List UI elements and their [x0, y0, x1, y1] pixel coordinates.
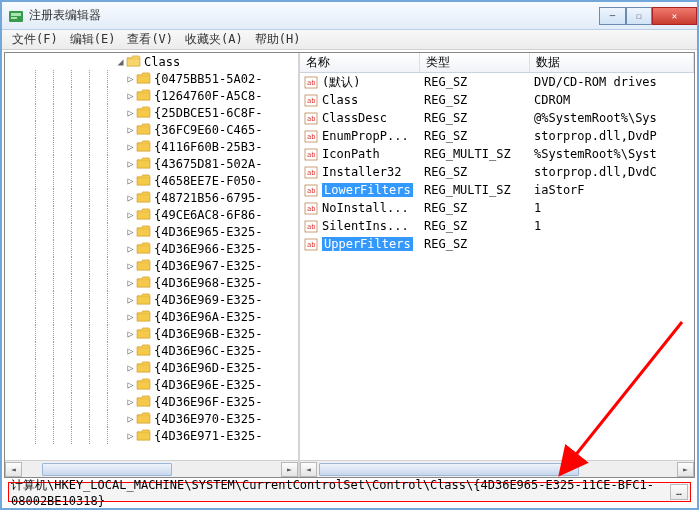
- expand-icon[interactable]: ▷: [125, 243, 136, 254]
- close-button[interactable]: ✕: [652, 7, 697, 25]
- scroll-track[interactable]: [22, 462, 281, 477]
- status-browse-button[interactable]: …: [670, 484, 688, 500]
- tree-node-label: {49CE6AC8-6F86-: [154, 208, 262, 222]
- tree-node-label: {4D36E967-E325-: [154, 259, 262, 273]
- expand-icon[interactable]: ▷: [125, 73, 136, 84]
- tree-node[interactable]: ▷{4D36E96B-E325-: [5, 325, 298, 342]
- list-row[interactable]: abEnumPropP...REG_SZstorprop.dll,DvdP: [300, 127, 694, 145]
- expand-icon[interactable]: ▷: [125, 277, 136, 288]
- list-hscrollbar[interactable]: ◄ ►: [300, 460, 694, 477]
- value-type: REG_SZ: [420, 111, 530, 125]
- tree-node[interactable]: ▷{4D36E969-E325-: [5, 291, 298, 308]
- expand-icon[interactable]: ▷: [125, 107, 136, 118]
- expand-icon[interactable]: ▷: [125, 124, 136, 135]
- scroll-right-button[interactable]: ►: [677, 462, 694, 477]
- menu-edit[interactable]: 编辑(E): [64, 29, 122, 50]
- list-row[interactable]: abLowerFiltersREG_MULTI_SZiaStorF: [300, 181, 694, 199]
- tree-node-label: {4D36E965-E325-: [154, 225, 262, 239]
- expand-icon[interactable]: ▷: [125, 311, 136, 322]
- list-row[interactable]: abClassREG_SZCDROM: [300, 91, 694, 109]
- value-data: storprop.dll,DvdC: [530, 165, 694, 179]
- tree-node-label: {4D36E96C-E325-: [154, 344, 262, 358]
- value-name: IconPath: [322, 147, 380, 161]
- expand-icon[interactable]: ▷: [125, 362, 136, 373]
- expand-icon[interactable]: ▷: [125, 175, 136, 186]
- tree-node-label: {4D36E970-E325-: [154, 412, 262, 426]
- list-row[interactable]: abSilentIns...REG_SZ1: [300, 217, 694, 235]
- tree-node-class[interactable]: ◢Class: [5, 53, 298, 70]
- value-type: REG_MULTI_SZ: [420, 183, 530, 197]
- expand-icon[interactable]: ▷: [125, 260, 136, 271]
- svg-rect-0: [9, 11, 23, 22]
- list-row[interactable]: abInstaller32REG_SZstorprop.dll,DvdC: [300, 163, 694, 181]
- scroll-left-button[interactable]: ◄: [5, 462, 22, 477]
- expand-icon[interactable]: ▷: [125, 345, 136, 356]
- expand-icon[interactable]: ▷: [125, 328, 136, 339]
- tree-node[interactable]: ▷{4D36E96D-E325-: [5, 359, 298, 376]
- tree-node[interactable]: ▷{4D36E96C-E325-: [5, 342, 298, 359]
- tree-node[interactable]: ▷{0475BB51-5A02-: [5, 70, 298, 87]
- menu-favorites[interactable]: 收藏夹(A): [179, 29, 249, 50]
- expand-icon[interactable]: ▷: [125, 141, 136, 152]
- expand-icon[interactable]: ▷: [125, 90, 136, 101]
- tree-node[interactable]: ▷{4D36E967-E325-: [5, 257, 298, 274]
- expand-icon[interactable]: ▷: [125, 396, 136, 407]
- col-name[interactable]: 名称: [300, 53, 420, 72]
- scroll-right-button[interactable]: ►: [281, 462, 298, 477]
- collapse-icon[interactable]: ◢: [115, 56, 126, 67]
- list-pane: 名称 类型 数据 ab(默认)REG_SZDVD/CD-ROM drivesab…: [300, 53, 694, 477]
- svg-text:ab: ab: [307, 241, 315, 249]
- expand-icon[interactable]: ▷: [125, 379, 136, 390]
- menu-file[interactable]: 文件(F): [6, 29, 64, 50]
- expand-icon[interactable]: ▷: [125, 430, 136, 441]
- expand-icon[interactable]: ▷: [125, 158, 136, 169]
- tree-node[interactable]: ▷{48721B56-6795-: [5, 189, 298, 206]
- scroll-thumb[interactable]: [319, 463, 579, 476]
- scroll-track[interactable]: [317, 462, 677, 477]
- expand-icon[interactable]: ▷: [125, 226, 136, 237]
- tree-node[interactable]: ▷{4116F60B-25B3-: [5, 138, 298, 155]
- tree-node[interactable]: ▷{25DBCE51-6C8F-: [5, 104, 298, 121]
- value-name: NoInstall...: [322, 201, 409, 215]
- tree-node[interactable]: ▷{1264760F-A5C8-: [5, 87, 298, 104]
- tree-node-label: {48721B56-6795-: [154, 191, 262, 205]
- tree-node[interactable]: ▷{4D36E968-E325-: [5, 274, 298, 291]
- col-data[interactable]: 数据: [530, 53, 694, 72]
- expand-icon[interactable]: ▷: [125, 294, 136, 305]
- scroll-thumb[interactable]: [42, 463, 172, 476]
- tree-node[interactable]: ▷{4D36E96A-E325-: [5, 308, 298, 325]
- value-data: @%SystemRoot%\Sys: [530, 111, 694, 125]
- menu-view[interactable]: 查看(V): [121, 29, 179, 50]
- scroll-left-button[interactable]: ◄: [300, 462, 317, 477]
- minimize-button[interactable]: ─: [599, 7, 626, 25]
- tree-node[interactable]: ▷{4D36E970-E325-: [5, 410, 298, 427]
- expand-icon[interactable]: ▷: [125, 192, 136, 203]
- menu-help[interactable]: 帮助(H): [249, 29, 307, 50]
- tree-node[interactable]: ▷{4D36E96F-E325-: [5, 393, 298, 410]
- tree-node[interactable]: ▷{4D36E971-E325-: [5, 427, 298, 444]
- svg-text:ab: ab: [307, 133, 315, 141]
- list-row[interactable]: abIconPathREG_MULTI_SZ%SystemRoot%\Syst: [300, 145, 694, 163]
- tree-node[interactable]: ▷{4D36E96E-E325-: [5, 376, 298, 393]
- tree-content[interactable]: ◢Class▷{0475BB51-5A02-▷{1264760F-A5C8-▷{…: [5, 53, 298, 460]
- expand-icon[interactable]: ▷: [125, 209, 136, 220]
- list-body[interactable]: ab(默认)REG_SZDVD/CD-ROM drivesabClassREG_…: [300, 73, 694, 460]
- tree-node[interactable]: ▷{43675D81-502A-: [5, 155, 298, 172]
- col-type[interactable]: 类型: [420, 53, 530, 72]
- tree-node[interactable]: ▷{4D36E966-E325-: [5, 240, 298, 257]
- tree-node[interactable]: ▷{49CE6AC8-6F86-: [5, 206, 298, 223]
- tree-node-label: {1264760F-A5C8-: [154, 89, 262, 103]
- tree-node[interactable]: ▷{36FC9E60-C465-: [5, 121, 298, 138]
- svg-text:ab: ab: [307, 79, 315, 87]
- list-row[interactable]: abNoInstall...REG_SZ1: [300, 199, 694, 217]
- tree-node-label: {4D36E966-E325-: [154, 242, 262, 256]
- list-row[interactable]: ab(默认)REG_SZDVD/CD-ROM drives: [300, 73, 694, 91]
- tree-node[interactable]: ▷{4658EE7E-F050-: [5, 172, 298, 189]
- list-row[interactable]: abUpperFiltersREG_SZ: [300, 235, 694, 253]
- tree-node[interactable]: ▷{4D36E965-E325-: [5, 223, 298, 240]
- tree-hscrollbar[interactable]: ◄ ►: [5, 460, 298, 477]
- menu-bar: 文件(F) 编辑(E) 查看(V) 收藏夹(A) 帮助(H): [2, 30, 697, 50]
- list-row[interactable]: abClassDescREG_SZ@%SystemRoot%\Sys: [300, 109, 694, 127]
- expand-icon[interactable]: ▷: [125, 413, 136, 424]
- maximize-button[interactable]: ☐: [626, 7, 652, 25]
